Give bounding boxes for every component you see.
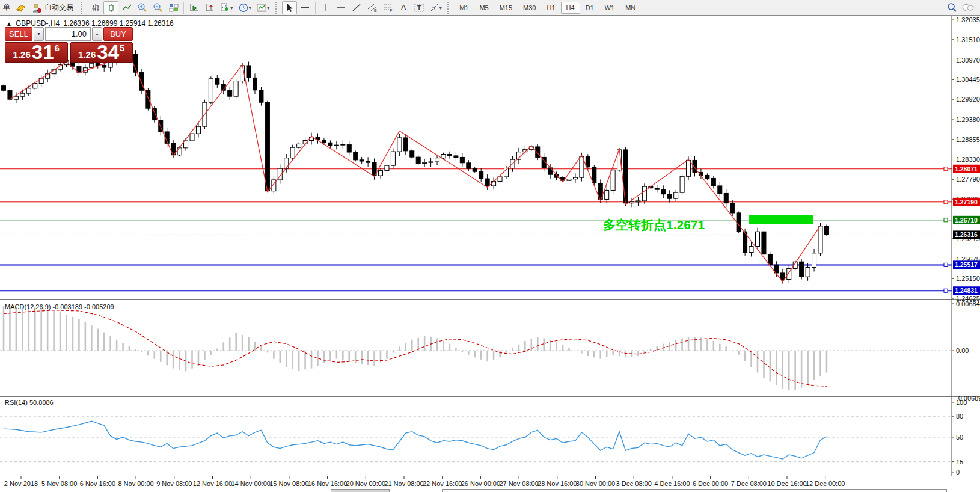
caret-down-icon[interactable]: ▾ [230, 5, 233, 11]
ohlc-values: 1.26336 1.26699 1.25914 1.26316 [63, 19, 174, 28]
sell-price-tile[interactable]: 1.26 31 6 [5, 42, 68, 63]
cursor-tool-button[interactable] [282, 1, 297, 14]
candle-body [724, 193, 728, 203]
timeframe-button-M5[interactable]: M5 [474, 2, 494, 14]
timeframe-button-D1[interactable]: D1 [580, 2, 599, 14]
fibo-letter: F [390, 8, 392, 13]
periods-button[interactable]: ▾ [236, 1, 254, 14]
macd-indicator-label: MACD(12,26,9) -0.003189 -0.005209 [5, 303, 114, 310]
time-tick-label: 27 Nov 08:00 [499, 480, 538, 487]
line-chart-button[interactable] [119, 1, 134, 14]
buy-price-tile[interactable]: 1.26 34 5 [70, 42, 133, 63]
arrows-tool-button[interactable]: ▾ [427, 1, 445, 14]
timeframe-button-M1[interactable]: M1 [454, 2, 474, 14]
candle-body [580, 156, 584, 177]
candle-body [454, 156, 458, 158]
time-tick-label: 6 Dec 00:00 [693, 480, 728, 487]
new-order-label-partial[interactable]: 单 [1, 2, 13, 13]
arrows-icon [430, 3, 439, 12]
bottom-tab[interactable] [331, 489, 390, 492]
crosshair-tool-button[interactable] [298, 1, 313, 14]
volume-increase-button[interactable]: ▴ [92, 27, 102, 41]
sell-button[interactable]: SELL [5, 27, 32, 41]
volume-input[interactable] [45, 27, 91, 41]
candle-body [429, 162, 433, 162]
candle-body [818, 226, 822, 253]
toolbar-grip[interactable] [275, 2, 279, 14]
zoom-in-button[interactable] [135, 1, 150, 14]
tile-windows-button[interactable] [166, 1, 181, 14]
fibonacci-icon: F [383, 3, 393, 13]
autotrading-button[interactable]: 自动交易 [29, 1, 78, 14]
label-tool-button[interactable]: T [412, 1, 427, 14]
candle-body [730, 203, 735, 213]
bar-chart-button[interactable] [88, 1, 103, 14]
timeframe-button-M15[interactable]: M15 [494, 2, 518, 14]
caret-down-icon[interactable]: ▾ [267, 5, 270, 11]
candle-body [146, 90, 150, 108]
buy-button[interactable]: BUY [103, 27, 133, 41]
panel-separator [0, 299, 980, 300]
candle-body [573, 177, 577, 179]
chart-shift-button[interactable] [202, 1, 217, 14]
timeframe-button-MN[interactable]: MN [620, 2, 641, 14]
indicators-button[interactable]: ▾ [254, 1, 272, 14]
macd-name: MACD(12,26,9) [5, 303, 51, 310]
timeframe-button-M30[interactable]: M30 [518, 2, 541, 14]
collapse-arrow-icon[interactable]: ▲ [6, 20, 12, 27]
bottom-tab[interactable] [442, 489, 947, 492]
search-button[interactable] [945, 1, 960, 14]
candle-body [403, 138, 408, 151]
caret-down-icon[interactable]: ▾ [439, 5, 443, 11]
main-toolbar: 单 自动交易 ▾ ▾ ▾ [0, 0, 980, 16]
candle-body [209, 78, 213, 102]
time-tick-label: 3 Dec 08:00 [616, 480, 652, 487]
timeframe-button-H1[interactable]: H1 [542, 2, 561, 14]
horizontal-line-tool-button[interactable] [334, 1, 349, 14]
price-tick-label: 1.25150 [956, 275, 980, 282]
candle-body [435, 158, 439, 162]
candle-body [14, 96, 18, 99]
trendline-tool-button[interactable] [349, 1, 364, 14]
autotrading-label: 自动交易 [42, 2, 76, 13]
time-tick-label: 12 Nov 16:00 [193, 480, 232, 487]
candle-body [567, 179, 571, 181]
zoom-out-button[interactable] [150, 1, 165, 14]
search-icon [947, 2, 957, 13]
chat-button[interactable] [960, 1, 975, 14]
volume-decrease-button[interactable]: ▾ [34, 27, 44, 41]
candle-body [737, 213, 741, 232]
candle-body [20, 93, 25, 96]
channel-tool-button[interactable]: E [365, 1, 380, 14]
time-tick-label: 30 Nov 00:00 [576, 480, 615, 487]
time-axis: 2 Nov 20185 Nov 08:006 Nov 16:008 Nov 00… [4, 476, 845, 487]
time-tick-label: 12 Dec 00:00 [806, 480, 845, 487]
candle-body [749, 247, 753, 253]
toolbar-grip[interactable] [447, 2, 451, 14]
candle-body [347, 144, 351, 152]
candle-body [354, 152, 358, 160]
candle-body [605, 190, 609, 199]
vertical-line-tool-button[interactable] [318, 1, 333, 14]
caret-down-icon[interactable]: ▾ [249, 5, 252, 11]
candle-body [284, 158, 289, 169]
new-chart-button[interactable]: ▾ [218, 1, 236, 14]
auto-scroll-icon [189, 3, 199, 13]
candle-body [423, 162, 427, 163]
toolbar-grip[interactable] [81, 2, 85, 14]
price-tick-label: 1.30445 [956, 76, 980, 83]
chart-canvas[interactable]: 1.320351.315101.309701.304451.299201.293… [0, 16, 980, 492]
timeframe-button-H4[interactable]: H4 [561, 2, 580, 14]
candle-body [26, 88, 31, 93]
auto-scroll-button[interactable] [186, 1, 201, 14]
chart-shift-icon [204, 3, 215, 13]
toolbar-separator [315, 2, 316, 14]
zigzag-line [10, 54, 820, 282]
price-tick-label: 1.32035 [956, 16, 980, 23]
fibonacci-tool-button[interactable]: F [381, 1, 396, 14]
candlestick-chart-button[interactable] [103, 1, 118, 14]
text-tool-button[interactable]: A [396, 1, 411, 14]
sound-alert-icon[interactable] [13, 1, 28, 14]
timeframe-button-W1[interactable]: W1 [599, 2, 620, 14]
price-tick-label: 1.27790 [956, 176, 980, 183]
